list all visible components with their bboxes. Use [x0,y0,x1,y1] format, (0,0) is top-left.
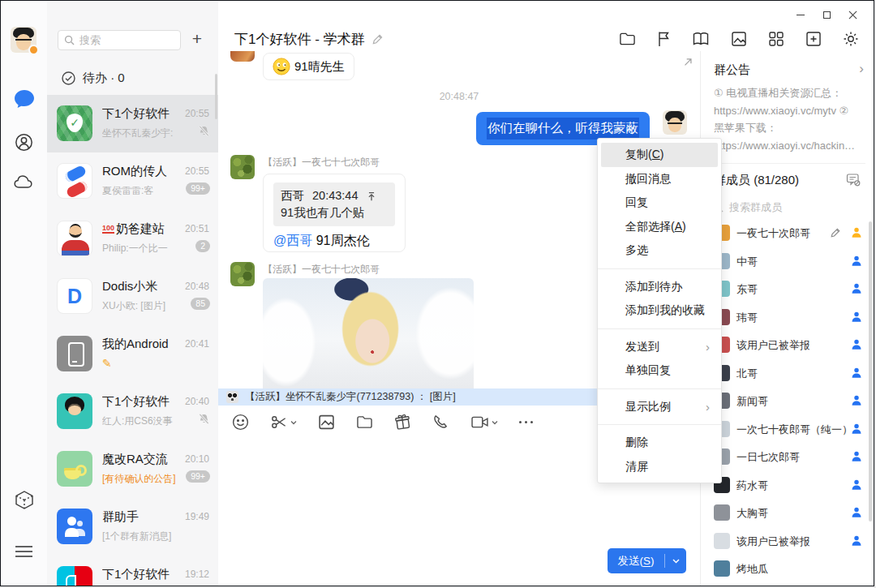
context-menu-item[interactable]: 显示比例› [601,395,718,419]
mute-group-bubble-icon[interactable] [846,173,861,187]
jump-to-quote-icon[interactable] [366,191,377,202]
quoted-message[interactable]: 西哥 20:43:44 91我也有几个贴 [273,182,395,226]
chat-list-panel: 搜索 + 待办 · 0 下1个好软件20:55坐怀不乱秦少宇:ROM的传人20:… [47,1,218,586]
menu-icon[interactable] [1,538,47,565]
member-row[interactable]: 一夜七十次郎哥 [701,219,874,247]
member-row[interactable]: 一日七次郎哥 [701,443,874,471]
member-search-input[interactable]: 搜索群成员 [714,200,782,215]
gift-icon[interactable] [394,414,411,431]
context-menu-item[interactable]: 单独回复 [601,358,718,383]
member-person-icon [851,450,862,462]
chat-icon[interactable] [1,85,47,113]
add-chat-button[interactable]: + [186,28,208,50]
chat-preview: XU小欧: [图片] [102,299,183,313]
close-icon[interactable] [840,6,865,24]
send-image-icon[interactable] [318,414,335,431]
maximize-icon[interactable] [814,6,840,24]
more-icon[interactable] [519,421,533,423]
cloud-icon[interactable] [1,168,47,195]
chat-list-item[interactable]: 我的Android20:41✎ [47,325,218,383]
message-bubble[interactable]: 91晴先生 [263,53,354,80]
member-row[interactable]: 东哥 [701,275,874,303]
send-options-chevron-icon[interactable] [665,559,686,564]
send-file-icon[interactable] [356,414,373,430]
pencil-icon[interactable] [830,227,841,238]
chat-list-item[interactable]: Dodis小米20:48XU小欧: [图片]85 [47,268,218,325]
member-name: 东哥 [736,282,758,297]
user-avatar[interactable] [11,27,36,53]
contacts-icon[interactable] [1,128,47,156]
chat-list-item[interactable]: ROM的传人20:55夏侯雷雷:客99+ [47,152,218,210]
announcement-line[interactable]: https://www.xiaoyi.vc/hackin… [714,137,868,155]
member-list-scrollbar[interactable] [869,221,872,521]
photo-message[interactable] [263,278,474,388]
member-row[interactable]: 烤地瓜 [701,555,874,583]
announcement-line[interactable]: https://www.xiaoyi.vc/mytv ② [714,102,868,120]
sender-name: 【活跃】一夜七十七次郎哥 [263,263,380,277]
context-menu-item[interactable]: 添加到待办 [601,275,718,299]
flag-icon[interactable] [657,31,671,47]
member-row[interactable]: 新闻哥 [701,387,874,415]
workbench-cube-icon[interactable] [1,486,47,513]
minimize-icon[interactable] [788,6,814,24]
screenshot-scissors-icon[interactable] [270,414,297,431]
video-call-icon[interactable] [470,415,498,429]
context-menu-item[interactable]: 复制(C) [601,143,718,167]
search-input[interactable]: 搜索 [58,30,181,50]
chat-list-item[interactable]: 下1个好软件19:12Holmes:[动画表情]10 [47,556,218,586]
phone-call-icon[interactable] [432,414,449,431]
context-menu-item[interactable]: 添加到我的收藏 [601,298,718,323]
chat-list-item[interactable]: 群助手19:49[1个群有新消息] [47,498,218,556]
grid-apps-icon[interactable] [768,31,784,47]
member-row[interactable]: 中哥 [701,247,874,276]
self-avatar[interactable] [663,110,687,135]
chat-list-item[interactable]: 100奶爸建站20:51Philip:一个比一2 [47,210,218,268]
member-row[interactable]: 该用户已被举报 [701,331,874,359]
chat-list-item[interactable]: 下1个好软件20:55坐怀不乱秦少宇: [47,95,218,152]
sender-avatar[interactable] [230,155,255,179]
member-row[interactable]: 该用户已被举报 [701,527,874,556]
chat-flag: 99+ [186,470,210,483]
announcement-line[interactable]: ① 电视直播相关资源汇总： [714,84,868,102]
member-person-icon [851,282,862,294]
context-menu-item[interactable]: 撤回消息 [601,167,718,191]
member-row[interactable]: 大胸哥 [701,499,874,527]
partial-avatar[interactable] [230,51,255,62]
context-menu-item[interactable]: 清屏 [601,455,718,479]
reply-message-bubble[interactable]: 西哥 20:43:44 91我也有几个贴 @西哥 91周杰伦 [263,174,406,252]
message-text: 91周杰伦 [316,234,370,247]
context-menu-item[interactable]: 回复 [601,191,718,215]
collapse-panel-icon[interactable] [682,56,694,67]
chat-preview: 夏侯雷雷:客 [102,184,183,198]
context-menu-item[interactable]: 全部选择(A) [601,215,718,239]
member-row[interactable]: 北哥 [701,359,874,388]
mention[interactable]: @西哥 [273,234,312,247]
member-name: 中哥 [736,255,758,269]
context-menu-item[interactable]: 删除 [601,431,718,455]
send-button[interactable]: 发送(S) [608,548,686,573]
todo-row[interactable]: 待办 · 0 [62,69,125,87]
member-row[interactable]: 一次七十夜郎哥（纯一） [701,415,874,444]
member-row[interactable]: 药水哥 [701,471,874,500]
emoji-icon[interactable] [232,414,249,431]
chat-list-scrollbar[interactable] [215,74,217,119]
edit-title-icon[interactable] [371,33,384,45]
gear-icon[interactable] [843,31,859,47]
folder-icon[interactable] [619,31,636,47]
announcement-line[interactable]: 黑苹果下载： [714,119,868,137]
sender-avatar[interactable] [230,262,255,286]
hundred-points-icon: 100 [102,225,114,234]
context-menu-item[interactable]: 多选 [601,238,718,263]
chat-list-item[interactable]: 下1个好软件20:40红人:用CS6没事 [47,383,218,440]
add-square-icon[interactable] [805,31,822,47]
member-row[interactable]: 玮哥 [701,303,874,332]
chat-list-item[interactable]: 魔改RA交流20:10[有待确认的公告]99+ [47,440,218,498]
book-icon[interactable] [692,31,710,47]
sender-name: 【活跃】一夜七十七次郎哥 [263,156,380,170]
announcement-chevron-icon[interactable]: › [859,61,864,77]
member-person-icon [851,394,862,406]
unread-badge: 2 [195,240,210,252]
image-icon[interactable] [731,31,747,47]
context-menu-item[interactable]: 发送到› [601,335,718,359]
chat-name: 群助手 [102,509,177,525]
